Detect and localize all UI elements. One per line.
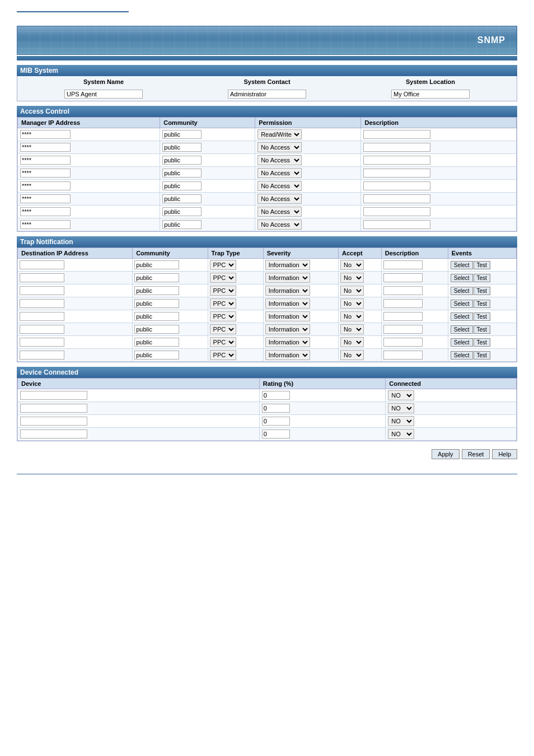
trap-community-input[interactable] (134, 351, 179, 360)
trap-test-button[interactable]: Test (474, 351, 490, 360)
trap-accept-select[interactable]: NoYes (340, 311, 364, 321)
ac-ip-input[interactable] (20, 181, 71, 190)
trap-severity-select[interactable]: InformationWarningSevere (265, 337, 310, 347)
trap-select-button[interactable]: Select (451, 287, 473, 295)
trap-type-select[interactable]: PPC (210, 311, 236, 321)
ac-community-input[interactable] (162, 194, 202, 203)
system-name-field[interactable] (64, 90, 143, 99)
ac-community-input[interactable] (162, 181, 202, 190)
ac-community-input[interactable] (162, 143, 202, 152)
ac-ip-input[interactable] (20, 220, 71, 229)
trap-dest-ip-input[interactable] (20, 351, 64, 360)
ac-ip-input[interactable] (20, 194, 71, 203)
trap-test-button[interactable]: Test (474, 274, 490, 282)
trap-dest-ip-input[interactable] (20, 273, 64, 282)
trap-accept-select[interactable]: NoYes (340, 273, 364, 283)
trap-select-button[interactable]: Select (451, 300, 473, 308)
trap-dest-ip-input[interactable] (20, 260, 64, 269)
trap-accept-select[interactable]: NoYes (340, 350, 364, 360)
trap-select-button[interactable]: Select (451, 351, 473, 360)
trap-select-button[interactable]: Select (451, 338, 473, 347)
dev-device-input[interactable] (20, 404, 87, 413)
trap-dest-ip-input[interactable] (20, 312, 64, 321)
ac-community-input[interactable] (162, 207, 202, 216)
ac-ip-input[interactable] (20, 130, 71, 139)
ac-ip-input[interactable] (20, 207, 71, 216)
ac-permission-select[interactable]: Read/WriteRead OnlyNo Access (257, 194, 302, 204)
trap-dest-ip-input[interactable] (20, 325, 64, 334)
trap-type-select[interactable]: PPC (210, 350, 236, 360)
dev-device-input[interactable] (20, 417, 87, 426)
dev-rating-input[interactable] (262, 404, 290, 413)
ac-community-input[interactable] (162, 130, 202, 139)
trap-description-input[interactable] (383, 312, 423, 321)
dev-rating-input[interactable] (262, 391, 290, 400)
ac-ip-input[interactable] (20, 156, 71, 165)
trap-description-input[interactable] (383, 351, 423, 360)
dev-device-input[interactable] (20, 430, 87, 438)
trap-severity-select[interactable]: InformationWarningSevere (265, 350, 310, 360)
trap-test-button[interactable]: Test (474, 338, 490, 347)
trap-test-button[interactable]: Test (474, 261, 490, 269)
trap-test-button[interactable]: Test (474, 300, 490, 308)
ac-description-input[interactable] (363, 169, 430, 178)
dev-connected-select[interactable]: NOYES (388, 416, 414, 426)
dev-rating-input[interactable] (262, 430, 290, 438)
ac-community-input[interactable] (162, 220, 202, 229)
ac-description-input[interactable] (363, 207, 430, 216)
reset-button[interactable]: Reset (462, 449, 490, 459)
trap-dest-ip-input[interactable] (20, 286, 64, 295)
trap-select-button[interactable]: Select (451, 274, 473, 282)
trap-severity-select[interactable]: InformationWarningSevere (265, 273, 310, 283)
ac-permission-select[interactable]: Read/WriteRead OnlyNo Access (257, 168, 302, 178)
trap-test-button[interactable]: Test (474, 287, 490, 295)
trap-community-input[interactable] (134, 286, 179, 295)
trap-community-input[interactable] (134, 273, 179, 282)
trap-severity-select[interactable]: InformationWarningSevere (265, 311, 310, 321)
trap-severity-select[interactable]: InformationWarningSevere (265, 298, 310, 309)
ac-permission-select[interactable]: Read/WriteRead OnlyNo Access (257, 155, 302, 165)
trap-description-input[interactable] (383, 338, 423, 347)
trap-description-input[interactable] (383, 273, 423, 282)
trap-type-select[interactable]: PPC (210, 286, 236, 296)
help-button[interactable]: Help (492, 449, 517, 459)
trap-community-input[interactable] (134, 260, 179, 269)
trap-select-button[interactable]: Select (451, 325, 473, 334)
trap-type-select[interactable]: PPC (210, 298, 236, 309)
apply-button[interactable]: Apply (432, 449, 460, 459)
trap-community-input[interactable] (134, 312, 179, 321)
trap-description-input[interactable] (383, 325, 423, 334)
dev-connected-select[interactable]: NOYES (388, 429, 414, 439)
system-location-field[interactable] (391, 90, 470, 99)
ac-permission-select[interactable]: Read/WriteRead OnlyNo Access (257, 181, 302, 191)
ac-community-input[interactable] (162, 169, 202, 178)
trap-community-input[interactable] (134, 299, 179, 308)
dev-connected-select[interactable]: NOYES (388, 390, 414, 400)
ac-description-input[interactable] (363, 143, 430, 152)
trap-accept-select[interactable]: NoYes (340, 260, 364, 270)
dev-device-input[interactable] (20, 391, 87, 400)
trap-severity-select[interactable]: InformationWarningSevere (265, 260, 310, 270)
trap-description-input[interactable] (383, 286, 423, 295)
ac-description-input[interactable] (363, 156, 430, 165)
trap-dest-ip-input[interactable] (20, 338, 64, 347)
ac-community-input[interactable] (162, 156, 202, 165)
ac-permission-select[interactable]: Read/WriteRead OnlyNo Access (257, 142, 302, 152)
ac-description-input[interactable] (363, 194, 430, 203)
trap-community-input[interactable] (134, 325, 179, 334)
trap-type-select[interactable]: PPC (210, 324, 236, 334)
trap-description-input[interactable] (383, 260, 423, 269)
trap-test-button[interactable]: Test (474, 312, 490, 321)
trap-severity-select[interactable]: InformationWarningSevere (265, 324, 310, 334)
trap-type-select[interactable]: PPC (210, 273, 236, 283)
ac-permission-select[interactable]: Read/WriteRead OnlyNo Access (257, 220, 302, 230)
trap-accept-select[interactable]: NoYes (340, 286, 364, 296)
ac-ip-input[interactable] (20, 143, 71, 152)
trap-type-select[interactable]: PPC (210, 260, 236, 270)
trap-dest-ip-input[interactable] (20, 299, 64, 308)
trap-severity-select[interactable]: InformationWarningSevere (265, 286, 310, 296)
dev-rating-input[interactable] (262, 417, 290, 426)
ac-permission-select[interactable]: Read/WriteRead OnlyNo Access (257, 207, 302, 217)
trap-select-button[interactable]: Select (451, 312, 473, 321)
trap-accept-select[interactable]: NoYes (340, 337, 364, 347)
